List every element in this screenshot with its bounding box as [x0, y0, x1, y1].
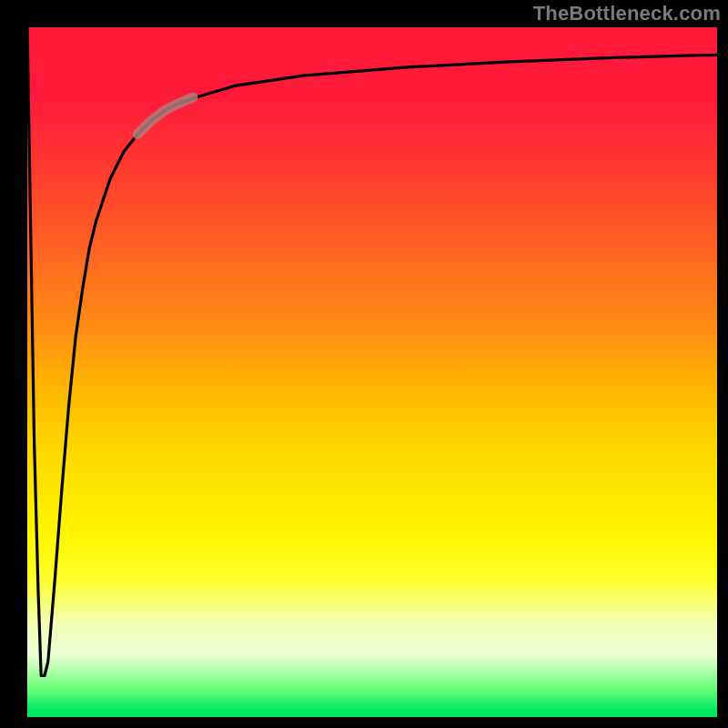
attribution-watermark: TheBottleneck.com — [533, 2, 721, 25]
plot-area — [27, 27, 717, 717]
curve-highlight — [137, 97, 193, 134]
bottleneck-curve — [27, 27, 717, 717]
chart-stage: TheBottleneck.com — [0, 0, 728, 728]
curve-path — [27, 27, 717, 676]
